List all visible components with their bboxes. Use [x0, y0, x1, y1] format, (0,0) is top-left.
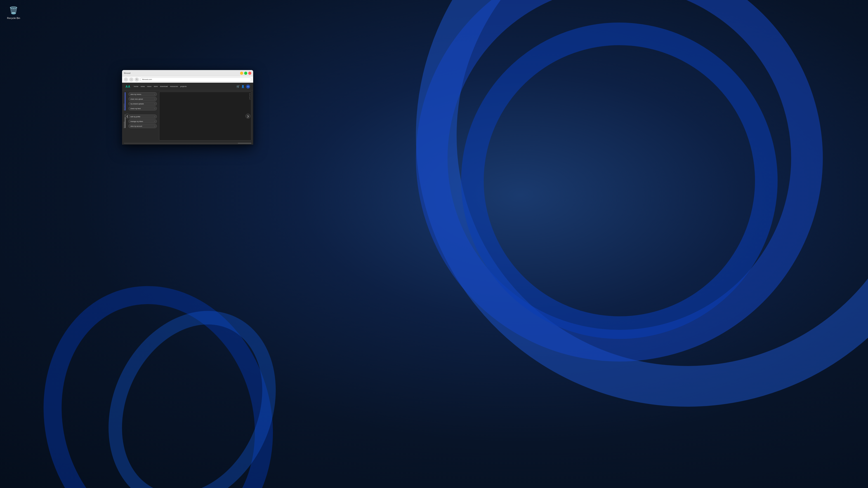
recycle-bin-label: Recycle Bin — [7, 17, 20, 20]
browser-content: ∧∧ home news moov store download resourc… — [122, 83, 253, 144]
nav-projects[interactable]: projects — [180, 86, 186, 88]
carousel-prev-button[interactable]: ❮ — [125, 113, 130, 119]
browser-window: filmood ‹ › ↻ filmood.com ∧∧ home news m… — [122, 70, 253, 144]
view-my-moovs-arrow: › — [154, 93, 155, 95]
prev-arrow-icon: ❮ — [126, 115, 128, 118]
manage-my-tribes-arrow: › — [154, 121, 155, 123]
manage-label: manage — [123, 115, 125, 128]
app-logo[interactable]: ∧∧ — [125, 84, 130, 89]
close-button[interactable] — [248, 72, 251, 75]
nav-store[interactable]: store — [154, 86, 158, 88]
nav-home[interactable]: home — [134, 86, 138, 88]
forward-button[interactable]: › — [129, 77, 133, 82]
activity-section-bar — [125, 92, 125, 110]
edit-my-profile-button[interactable]: edit my profile › — [128, 115, 157, 119]
refresh-button[interactable]: ↻ — [135, 77, 139, 82]
share-new-upload-label: share new upload — [130, 98, 143, 100]
activity-label: activity — [123, 92, 125, 110]
right-panel-label: update — [249, 92, 251, 101]
my-shared-uploads-button[interactable]: my shared uploads › — [128, 102, 157, 106]
edit-my-profile-label: edit my profile — [130, 116, 141, 118]
app-navbar: ∧∧ home news moov store download resourc… — [122, 83, 253, 90]
browser-titlebar: filmood — [122, 70, 253, 76]
cart-icon[interactable]: 🛒 — [237, 85, 240, 88]
my-shared-uploads-arrow: › — [154, 103, 155, 105]
share-new-upload-arrow: › — [154, 98, 155, 100]
scrollbar-track[interactable] — [124, 143, 251, 144]
activity-section: activity view my moovs › share new uploa… — [123, 92, 157, 110]
share-new-upload-button[interactable]: share new upload › — [128, 97, 157, 101]
titlebar-left: filmood — [124, 72, 130, 74]
browser-scrollbar — [122, 142, 253, 144]
section-gap — [123, 112, 157, 113]
view-my-account-arrow: › — [154, 125, 155, 127]
minimize-button[interactable] — [240, 72, 243, 75]
nav-news[interactable]: news — [141, 86, 145, 88]
recycle-bin-image: 🗑️ — [8, 4, 20, 16]
scrollbar-thumb[interactable] — [238, 143, 251, 144]
my-shared-uploads-label: my shared uploads — [130, 103, 144, 105]
address-bar[interactable]: filmood.com — [140, 77, 251, 82]
logo-symbol: ∧∧ — [125, 84, 130, 89]
manage-my-tribes-label: manage my tribes — [130, 121, 143, 122]
browser-title: filmood — [124, 72, 130, 74]
user-avatar[interactable] — [246, 85, 250, 89]
manage-my-tribes-button[interactable]: manage my tribes › — [128, 119, 157, 123]
maximize-button[interactable] — [244, 72, 247, 75]
view-my-moovs-button[interactable]: view my moovs › — [128, 92, 157, 96]
next-arrow-icon: ❯ — [247, 115, 249, 118]
carousel-next-button[interactable]: ❯ — [246, 113, 250, 119]
edit-my-profile-arrow: › — [154, 116, 155, 118]
recycle-bin-icon[interactable]: 🗑️ Recycle Bin — [4, 4, 23, 20]
nav-download[interactable]: download — [160, 86, 168, 88]
check-my-feed-button[interactable]: check my feed › — [128, 106, 157, 110]
check-my-feed-arrow: › — [154, 107, 155, 109]
back-button[interactable]: ‹ — [124, 77, 128, 82]
view-my-account-button[interactable]: view my account › — [128, 124, 157, 128]
check-my-feed-label: check my feed — [130, 108, 141, 109]
nav-links: home news moov store download resources … — [134, 86, 237, 88]
view-my-moovs-label: view my moovs — [130, 94, 141, 95]
browser-addressbar: ‹ › ↻ filmood.com — [122, 76, 253, 83]
user-icon[interactable]: 👤 — [241, 85, 245, 88]
nav-right: 🛒 👤 — [237, 85, 250, 89]
nav-moov[interactable]: moov — [147, 86, 152, 88]
avatar-dot — [247, 86, 249, 87]
app-main: ❮ activity view my moovs › share new upl… — [122, 90, 253, 142]
right-content-panel: update — [159, 92, 251, 140]
titlebar-controls — [240, 72, 251, 75]
view-my-account-label: view my account — [130, 125, 142, 127]
nav-resources[interactable]: resources — [170, 86, 178, 88]
